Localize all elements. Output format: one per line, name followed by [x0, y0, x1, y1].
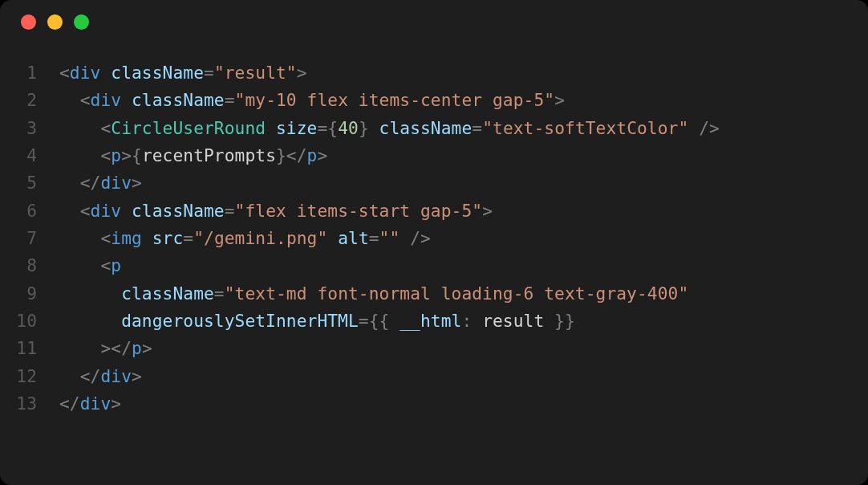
- token-at: className: [132, 201, 225, 221]
- token-p: >: [111, 393, 121, 414]
- token-p: >: [142, 338, 152, 358]
- code-content[interactable]: <div className="flex items-start gap-5">: [59, 198, 868, 225]
- line-number: 6: [0, 198, 59, 225]
- token-p: }: [359, 118, 369, 138]
- line-number: 7: [0, 225, 59, 252]
- token-p: =: [214, 283, 225, 304]
- token-p: >: [482, 201, 493, 221]
- code-content[interactable]: <p: [59, 252, 868, 279]
- token-at: className: [111, 63, 204, 83]
- code-content[interactable]: ></p>: [59, 335, 868, 362]
- code-content[interactable]: <div className="my-10 flex items-center …: [59, 87, 868, 114]
- token-tg: p: [111, 255, 121, 275]
- minimize-icon[interactable]: [47, 14, 63, 30]
- token-p: </: [59, 393, 80, 414]
- token-id: [266, 118, 276, 138]
- token-tg: p: [307, 145, 318, 165]
- token-p: }</: [276, 145, 307, 165]
- code-line[interactable]: 1<div className="result">: [0, 59, 868, 87]
- token-p: <: [100, 255, 111, 275]
- token-at: className: [379, 118, 473, 138]
- token-p: <: [80, 90, 91, 110]
- token-p: </: [80, 366, 101, 386]
- token-p: >: [297, 63, 307, 83]
- token-tg: p: [111, 145, 121, 165]
- token-p: >: [554, 90, 565, 110]
- code-content[interactable]: <CircleUserRound size={40} className="te…: [59, 115, 868, 142]
- code-content[interactable]: <p>{recentPrompts}</p>: [59, 142, 868, 169]
- token-id: [400, 228, 410, 248]
- code-content[interactable]: </div>: [59, 390, 868, 418]
- code-line[interactable]: 5 </div>: [0, 169, 868, 197]
- code-line[interactable]: 11 ></p>: [0, 335, 868, 362]
- token-st: "flex items-start gap-5": [235, 201, 483, 221]
- token-st: "result": [214, 63, 297, 83]
- token-p: </: [80, 173, 101, 193]
- token-id: [369, 118, 379, 138]
- token-at: dangerouslySetInnerHTML: [121, 311, 359, 331]
- token-p: <: [100, 228, 111, 248]
- token-tg: div: [80, 393, 112, 414]
- token-p: =: [369, 228, 379, 248]
- code-line[interactable]: 4 <p>{recentPrompts}</p>: [0, 142, 868, 169]
- code-content[interactable]: <div className="result">: [59, 59, 868, 87]
- titlebar: [0, 0, 868, 43]
- code-line[interactable]: 3 <CircleUserRound size={40} className="…: [0, 115, 868, 142]
- token-cmp: CircleUserRound: [111, 118, 266, 138]
- token-st: "my-10 flex items-center gap-5": [235, 90, 555, 110]
- token-tg: img: [111, 228, 142, 248]
- line-number: 2: [0, 87, 59, 114]
- token-st: "/gemini.png": [193, 228, 327, 248]
- code-content[interactable]: className="text-md font-normal loading-6…: [59, 280, 868, 308]
- code-line[interactable]: 6 <div className="flex items-start gap-5…: [0, 198, 868, 225]
- line-number: 8: [0, 252, 59, 279]
- token-p: >{: [121, 145, 142, 165]
- code-editor[interactable]: 1<div className="result">2 <div classNam…: [0, 43, 868, 485]
- maximize-icon[interactable]: [74, 14, 89, 30]
- token-at: src: [152, 228, 184, 248]
- line-number: 10: [0, 308, 59, 335]
- line-number: 4: [0, 142, 59, 169]
- code-line[interactable]: 2 <div className="my-10 flex items-cente…: [0, 87, 868, 114]
- token-id: [121, 90, 132, 110]
- token-at: size: [276, 118, 317, 138]
- code-window: 1<div className="result">2 <div classNam…: [0, 0, 868, 485]
- token-id: [100, 63, 111, 83]
- code-content[interactable]: <img src="/gemini.png" alt="" />: [59, 225, 868, 252]
- token-id: [142, 228, 152, 248]
- code-content[interactable]: </div>: [59, 169, 868, 197]
- token-p: =: [204, 63, 214, 83]
- close-icon[interactable]: [21, 14, 36, 30]
- token-p: ={: [317, 118, 338, 138]
- token-tg: p: [132, 338, 142, 358]
- token-id: [121, 201, 132, 221]
- token-p: =: [225, 90, 235, 110]
- token-p: <: [59, 63, 70, 83]
- line-number: 11: [0, 335, 59, 362]
- token-tg: div: [91, 201, 122, 221]
- token-p: ={{: [359, 311, 400, 331]
- token-p: <: [100, 145, 111, 165]
- token-tg: div: [70, 63, 101, 83]
- code-content[interactable]: </div>: [59, 363, 868, 390]
- token-st: "": [379, 228, 400, 248]
- token-p: >: [132, 173, 142, 193]
- line-number: 1: [0, 59, 59, 87]
- code-content[interactable]: dangerouslySetInnerHTML={{ __html: resul…: [59, 308, 868, 335]
- token-p: ></: [100, 338, 132, 358]
- token-p: <: [80, 201, 91, 221]
- token-p: =: [472, 118, 482, 138]
- code-line[interactable]: 9 className="text-md font-normal loading…: [0, 280, 868, 308]
- line-number: 12: [0, 363, 59, 390]
- line-number: 5: [0, 169, 59, 197]
- token-p: >: [317, 145, 327, 165]
- code-line[interactable]: 8 <p: [0, 252, 868, 279]
- code-line[interactable]: 12 </div>: [0, 363, 868, 390]
- code-line[interactable]: 7 <img src="/gemini.png" alt="" />: [0, 225, 868, 252]
- code-line[interactable]: 10 dangerouslySetInnerHTML={{ __html: re…: [0, 308, 868, 335]
- token-jx: result: [482, 311, 544, 331]
- token-p: />: [699, 118, 720, 138]
- code-line[interactable]: 13</div>: [0, 390, 868, 418]
- token-p: >: [132, 366, 142, 386]
- token-id: [327, 228, 338, 248]
